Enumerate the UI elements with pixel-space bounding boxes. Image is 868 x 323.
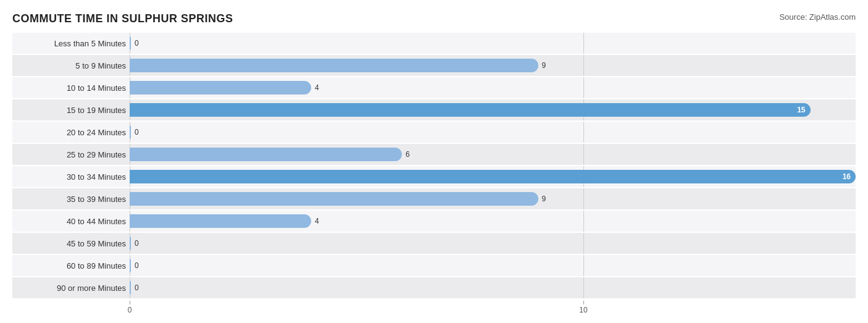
bar-area: 0 [130, 233, 856, 254]
table-row: 30 to 34 Minutes16 [12, 166, 856, 187]
bar [130, 281, 131, 295]
bar [130, 214, 311, 228]
x-axis: 01020 [130, 301, 856, 316]
table-row: 20 to 24 Minutes0 [12, 122, 856, 143]
bar-area: 9 [130, 55, 856, 76]
bar-area: 0 [130, 33, 856, 54]
chart-body: Less than 5 Minutes05 to 9 Minutes910 to… [12, 33, 856, 298]
bar [130, 192, 538, 206]
bar-label: 45 to 59 Minutes [12, 239, 130, 248]
table-row: 10 to 14 Minutes4 [12, 77, 856, 98]
bar-value: 0 [135, 128, 139, 136]
bar-area: 4 [130, 211, 856, 232]
bar [130, 148, 402, 161]
x-axis-label: 0 [128, 306, 132, 314]
bar [130, 59, 538, 72]
bar-area: 15 [130, 99, 856, 120]
table-row: 40 to 44 Minutes4 [12, 211, 856, 232]
bar-value: 0 [135, 239, 139, 248]
bar-area: 16 [130, 166, 856, 187]
chart-container: COMMUTE TIME IN SULPHUR SPRINGS Source: … [0, 6, 868, 323]
bar-value: 0 [135, 283, 139, 292]
bar-area: 6 [130, 144, 856, 165]
bar [130, 125, 131, 139]
bar-value: 4 [315, 217, 319, 225]
bar-label: Less than 5 Minutes [12, 39, 130, 48]
chart-source: Source: ZipAtlas.com [779, 12, 856, 22]
table-row: Less than 5 Minutes0 [12, 33, 856, 54]
bar-value: 0 [135, 261, 139, 270]
chart-header: COMMUTE TIME IN SULPHUR SPRINGS Source: … [12, 12, 856, 25]
bar-label: 30 to 34 Minutes [12, 172, 130, 182]
chart-title: COMMUTE TIME IN SULPHUR SPRINGS [12, 12, 233, 25]
bar-label: 60 to 89 Minutes [12, 261, 130, 271]
bar [130, 81, 311, 94]
bar-value: 9 [542, 61, 546, 70]
bar-value: 0 [135, 39, 139, 48]
table-row: 25 to 29 Minutes6 [12, 144, 856, 165]
table-row: 5 to 9 Minutes9 [12, 55, 856, 76]
bar-label: 5 to 9 Minutes [12, 61, 130, 70]
bar-label: 15 to 19 Minutes [12, 106, 130, 115]
bar-value: 9 [542, 195, 546, 203]
bar [130, 259, 131, 272]
table-row: 60 to 89 Minutes0 [12, 255, 856, 276]
bar-area: 4 [130, 77, 856, 98]
bar-label: 35 to 39 Minutes [12, 195, 130, 204]
bar: 15 [130, 103, 811, 117]
bar-value: 4 [315, 83, 319, 92]
x-axis-tick [583, 301, 584, 304]
bar-value: 15 [797, 106, 805, 114]
table-row: 35 to 39 Minutes9 [12, 188, 856, 209]
bar-label: 40 to 44 Minutes [12, 217, 130, 226]
bar-value: 16 [843, 172, 851, 181]
bar-label: 10 to 14 Minutes [12, 83, 130, 93]
bar [130, 237, 131, 250]
bar [130, 36, 131, 50]
bar-area: 0 [130, 122, 856, 143]
bar-area: 0 [130, 277, 856, 298]
bar: 16 [130, 170, 856, 183]
table-row: 45 to 59 Minutes0 [12, 233, 856, 254]
bar-area: 0 [130, 255, 856, 276]
x-axis-tick [130, 301, 130, 304]
bar-label: 25 to 29 Minutes [12, 150, 130, 159]
x-axis-label: 10 [579, 306, 587, 314]
bar-label: 90 or more Minutes [12, 283, 130, 293]
bar-value: 6 [406, 150, 410, 159]
table-row: 15 to 19 Minutes15 [12, 99, 856, 120]
bar-label: 20 to 24 Minutes [12, 128, 130, 137]
table-row: 90 or more Minutes0 [12, 277, 856, 298]
bar-area: 9 [130, 188, 856, 209]
